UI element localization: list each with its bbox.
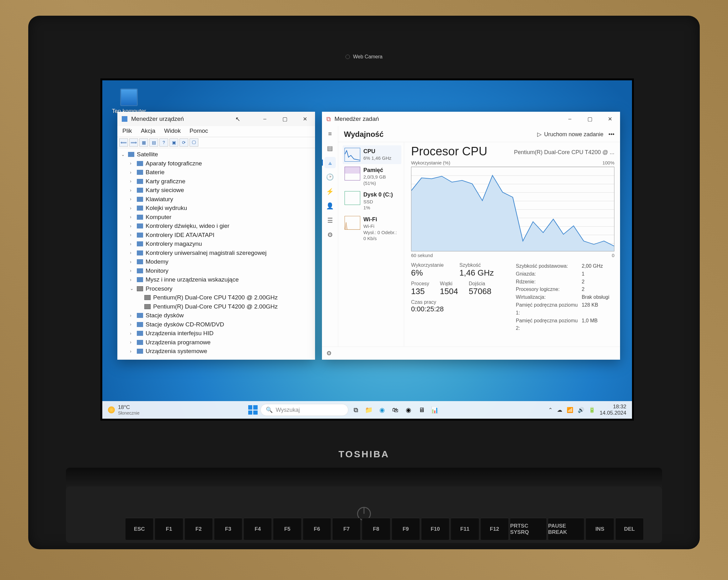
settings-icon[interactable]: ⚙: [326, 350, 332, 357]
key-esc[interactable]: ESC: [126, 518, 153, 540]
key-prtsc-sysrq[interactable]: PRTSC SYSRQ: [510, 518, 546, 540]
stat-utilization: 6%: [411, 268, 444, 278]
taskview-icon[interactable]: ⧉: [350, 404, 362, 415]
tree-item[interactable]: ›Monitory: [130, 267, 314, 276]
key-pause-break[interactable]: PAUSE BREAK: [548, 518, 584, 540]
key-f4[interactable]: F4: [244, 518, 271, 540]
key-f8[interactable]: F8: [362, 518, 390, 540]
tree-item[interactable]: ›Stacje dysków: [130, 311, 314, 320]
tree-item[interactable]: ›Urządzenia systemowe: [130, 347, 314, 355]
menu-file[interactable]: Plik: [122, 127, 132, 134]
start-button[interactable]: [247, 404, 259, 415]
sensor-memory[interactable]: Pamięć2,0/3,9 GB (51%): [343, 164, 401, 188]
toolbar-show-icon[interactable]: ▤: [149, 138, 158, 147]
tree-item[interactable]: ›Urządzenia interfejsu HID: [130, 329, 314, 338]
key-del[interactable]: DEL: [616, 518, 643, 540]
taskbar-search[interactable]: 🔍Wyszukaj: [260, 404, 348, 416]
tree-item[interactable]: ›Modemy: [130, 257, 314, 267]
sensor-wifi[interactable]: Wi-FiWi-FiWysł.: 0 Odebr.: 0 Kb/s: [343, 213, 401, 244]
tree-item[interactable]: ›Komputer: [130, 213, 314, 222]
key-f5[interactable]: F5: [273, 518, 301, 540]
chrome-pin-icon[interactable]: ◉: [403, 404, 414, 415]
sensor-disk[interactable]: Dysk 0 (C:)SSD1%: [343, 188, 401, 213]
task-manager-title: Menedżer zadań: [335, 116, 558, 122]
desktop-icon-this-pc[interactable]: Ten komputer: [112, 89, 146, 115]
minimize-button[interactable]: –: [257, 112, 273, 126]
devmgr-pin-icon[interactable]: 🖥: [416, 404, 427, 415]
tree-item[interactable]: ›Baterie: [130, 168, 314, 177]
run-new-task-button[interactable]: ▷Uruchom nowe zadanie: [537, 131, 603, 138]
search-icon: 🔍: [266, 406, 273, 413]
key-f6[interactable]: F6: [303, 518, 331, 540]
menu-help[interactable]: Pomoc: [189, 127, 208, 134]
explorer-icon[interactable]: 📁: [363, 404, 375, 415]
toolbar-back-icon[interactable]: ⟸: [119, 138, 128, 147]
battery-icon[interactable]: 🔋: [589, 407, 595, 413]
cpu-heading: Procesor CPU: [411, 145, 487, 158]
cloud-icon[interactable]: ☁: [557, 407, 562, 413]
toolbar-help-icon[interactable]: ?: [159, 138, 168, 147]
nav-performance-icon[interactable]: ⟁: [324, 157, 336, 168]
store-icon[interactable]: 🛍: [390, 404, 401, 415]
key-f3[interactable]: F3: [214, 518, 242, 540]
nav-details-icon[interactable]: ☰: [324, 215, 336, 226]
edge-pin-icon[interactable]: ◉: [376, 404, 388, 415]
menu-view[interactable]: Widok: [164, 127, 181, 134]
minimize-button[interactable]: –: [562, 112, 578, 126]
stat-processes: 135: [411, 286, 429, 296]
taskbar-clock[interactable]: 18:3214.05.2024: [600, 404, 626, 417]
tree-item[interactable]: ›Kolejki wydruku: [130, 204, 314, 213]
key-f11[interactable]: F11: [451, 518, 478, 540]
close-button[interactable]: ✕: [297, 112, 313, 126]
toolbar-scan-icon[interactable]: ▣: [170, 138, 178, 147]
nav-processes-icon[interactable]: ▤: [324, 143, 336, 154]
more-button[interactable]: •••: [608, 131, 615, 138]
tree-item[interactable]: ›Kontrolery dźwięku, wideo i gier: [130, 222, 314, 231]
key-f1[interactable]: F1: [155, 518, 183, 540]
tree-item[interactable]: ›Stacje dysków CD-ROM/DVD: [130, 320, 314, 329]
key-f9[interactable]: F9: [392, 518, 419, 540]
tree-item[interactable]: ›Kontrolery IDE ATA/ATAPI: [130, 231, 314, 240]
tree-item[interactable]: ›Urządzenia programowe: [130, 338, 314, 347]
wifi-sparkline: [344, 216, 360, 230]
menu-bar: Plik Akcja Widok Pomoc: [118, 126, 315, 137]
nav-services-icon[interactable]: ⚙: [324, 229, 336, 241]
toolbar-up-icon[interactable]: ▦: [139, 138, 148, 147]
tree-root[interactable]: Satellite: [137, 150, 158, 159]
tree-cpu-item[interactable]: Pentium(R) Dual-Core CPU T4200 @ 2.00GHz: [144, 293, 314, 302]
tree-item[interactable]: ›Kontrolery magazynu: [130, 239, 314, 249]
toolbar-refresh-icon[interactable]: ⟳: [180, 138, 188, 147]
sensor-cpu[interactable]: CPU6% 1,46 GHz: [343, 145, 401, 164]
nav-users-icon[interactable]: 👤: [324, 200, 336, 211]
key-f10[interactable]: F10: [421, 518, 449, 540]
taskbar-weather[interactable]: 18°CSłonecznie: [108, 404, 140, 415]
tree-item[interactable]: ›Karty sieciowe: [130, 186, 314, 195]
tree-item[interactable]: ›Mysz i inne urządzenia wskazujące: [130, 275, 314, 284]
tree-item[interactable]: ›Klawiatury: [130, 195, 314, 204]
wifi-icon[interactable]: 📶: [567, 407, 573, 413]
menu-action[interactable]: Akcja: [141, 127, 155, 134]
system-tray[interactable]: ⌃ ☁ 📶 🔊 🔋 18:3214.05.2024: [548, 404, 626, 417]
key-f7[interactable]: F7: [333, 518, 360, 540]
key-f12[interactable]: F12: [481, 518, 508, 540]
key-f2[interactable]: F2: [185, 518, 212, 540]
tree-processors[interactable]: Procesory: [146, 284, 173, 294]
toolbar-monitor-icon[interactable]: 🖵: [189, 138, 198, 147]
maximize-button[interactable]: ▢: [277, 112, 293, 126]
close-button[interactable]: ✕: [602, 112, 618, 126]
chevron-up-icon[interactable]: ⌃: [548, 407, 553, 413]
tree-item[interactable]: ›Aparaty fotograficzne: [130, 159, 314, 168]
toolbar-fwd-icon[interactable]: ⟹: [129, 138, 138, 147]
nav-hamburger-icon[interactable]: ≡: [324, 128, 336, 140]
nav-history-icon[interactable]: 🕑: [324, 171, 336, 183]
key-ins[interactable]: INS: [586, 518, 614, 540]
tree-cpu-item[interactable]: Pentium(R) Dual-Core CPU T4200 @ 2.00GHz: [144, 302, 314, 311]
nav-startup-icon[interactable]: ⚡: [324, 186, 336, 197]
taskmgr-pin-icon[interactable]: 📊: [429, 404, 441, 415]
volume-icon[interactable]: 🔊: [578, 407, 584, 413]
info-base-speed: 2,00 GHz: [582, 262, 603, 270]
tree-item[interactable]: ›Kontrolery uniwersalnej magistrali szer…: [130, 249, 314, 258]
tree-item[interactable]: ›Karty graficzne: [130, 177, 314, 186]
maximize-button[interactable]: ▢: [582, 112, 598, 126]
device-tree[interactable]: ⌄Satellite ›Aparaty fotograficzne›Bateri…: [118, 148, 315, 355]
